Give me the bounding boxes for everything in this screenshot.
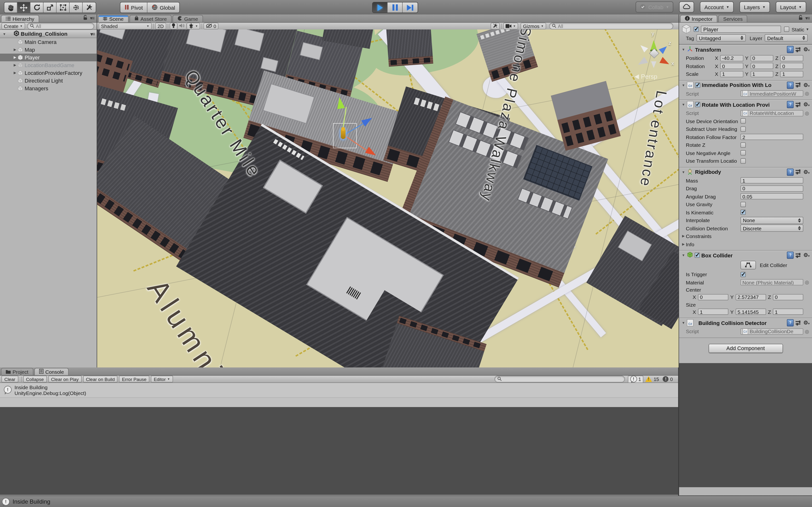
gear-icon[interactable]: ⚙▾ (803, 252, 810, 258)
axis-negative-cone[interactable] (639, 43, 648, 52)
hierarchy-search-input[interactable]: All (27, 23, 94, 30)
gear-icon[interactable]: ⚙▾ (803, 169, 810, 175)
clear-on-build-button[interactable]: Clear on Build (83, 376, 117, 382)
object-picker-icon[interactable]: ◎ (805, 111, 809, 116)
foldout-arrow-icon[interactable]: ▼ (681, 170, 686, 174)
scene-lighting-button[interactable] (170, 23, 177, 30)
collision-detection-dropdown[interactable]: Discrete (741, 225, 803, 232)
info-foldout[interactable]: ▶Info (679, 240, 812, 248)
scene-menu-icon[interactable]: ▾≡ (90, 31, 97, 37)
gear-icon[interactable]: ⚙▾ (803, 47, 810, 52)
axis-negative-cone[interactable] (636, 57, 648, 68)
tab-inspector[interactable]: i Inspector (680, 15, 717, 22)
edit-collider-button[interactable] (741, 261, 756, 270)
tag-dropdown[interactable]: Untagged (697, 34, 746, 42)
panel-menu-icon[interactable]: ▾≡ (805, 15, 810, 21)
preset-icon[interactable] (796, 47, 801, 52)
hierarchy-item-main-camera[interactable]: Main Camera (0, 38, 97, 46)
foldout-arrow-icon[interactable]: ▼ (681, 48, 686, 51)
preset-icon[interactable] (796, 102, 801, 107)
transform-tool-button[interactable] (69, 2, 83, 12)
cloud-button[interactable] (679, 1, 694, 12)
gear-icon[interactable]: ⚙▾ (803, 320, 810, 326)
foldout-arrow-icon[interactable]: ▼ (681, 83, 686, 87)
drag-field[interactable]: 0 (741, 185, 803, 192)
preset-icon[interactable] (796, 82, 801, 88)
axis-negative-cone[interactable] (651, 61, 656, 68)
error-pause-button[interactable]: Error Pause (119, 376, 149, 382)
tab-asset-store[interactable]: Asset Store (130, 15, 172, 22)
size-y-field[interactable]: 5.141545 (735, 309, 766, 315)
foldout-arrow-icon[interactable]: ▶ (12, 56, 17, 59)
rotation-follow-factor-field[interactable]: 2 (741, 134, 803, 140)
position-y-field[interactable]: 0 (750, 55, 773, 61)
rect-tool-button[interactable] (57, 2, 69, 12)
draw-mode-dropdown[interactable]: Shaded ▼ (99, 23, 152, 30)
tab-project[interactable]: Project (1, 368, 33, 375)
layout-dropdown[interactable]: Layout ▼ (776, 1, 806, 12)
step-button[interactable] (403, 2, 418, 12)
info-filter-toggle[interactable]: !1 (628, 376, 644, 383)
foldout-arrow-icon[interactable]: ▶ (12, 71, 17, 75)
global-toggle-button[interactable]: Global (148, 2, 180, 12)
center-y-field[interactable]: 2.572347 (735, 294, 766, 300)
editor-dropdown[interactable]: Editor▼ (151, 376, 173, 382)
size-z-field[interactable]: 1 (773, 309, 803, 315)
object-picker-icon[interactable]: ◎ (805, 280, 809, 285)
custom-tool-button[interactable] (83, 2, 96, 12)
scene-camera-dropdown[interactable]: ▼ (503, 23, 518, 30)
script-object-field[interactable]: C#BuildingCollisionDe (741, 328, 804, 335)
lock-icon[interactable] (799, 15, 803, 21)
gear-icon[interactable]: ⚙▾ (803, 102, 810, 107)
scale-z-field[interactable]: 1 (780, 71, 803, 77)
log-entry[interactable]: ! Inside Building UnityEngine.Debug:Log(… (0, 383, 678, 398)
hierarchy-item-directional-light[interactable]: Directional Light (0, 77, 97, 84)
scene-root-row[interactable]: ▼ Building_Collision ▾≡ (0, 30, 97, 38)
axis-z-cone[interactable] (659, 44, 669, 54)
rotate-tool-button[interactable] (31, 2, 44, 12)
clear-on-play-button[interactable]: Clear on Play (48, 376, 82, 382)
play-button[interactable] (373, 2, 388, 12)
foldout-arrow-icon[interactable]: ▼ (681, 103, 686, 106)
material-object-field[interactable]: None (Physic Material) (741, 279, 804, 286)
2d-toggle-button[interactable]: 2D (155, 23, 166, 30)
help-icon[interactable]: ? (787, 251, 794, 259)
rotation-z-field[interactable]: 0 (780, 63, 803, 69)
warning-filter-toggle[interactable]: 15 (644, 376, 661, 382)
preset-icon[interactable] (796, 169, 801, 175)
use-gravity-checkbox[interactable] (741, 202, 746, 207)
axis-x-cone[interactable] (660, 57, 671, 67)
active-checkbox[interactable] (694, 26, 699, 32)
rotation-y-field[interactable]: 0 (750, 63, 773, 69)
enabled-checkbox[interactable] (695, 102, 700, 107)
hierarchy-item-locationbasedgame[interactable]: ▶ LocationBasedGame (0, 61, 97, 69)
status-bar[interactable]: ! Inside Building (0, 495, 812, 507)
enabled-checkbox[interactable] (695, 82, 700, 88)
hierarchy-item-locationproviderfactory[interactable]: ▶ LocationProviderFactory (0, 69, 97, 77)
hierarchy-item-managers[interactable]: Managers (0, 84, 97, 92)
console-search-input[interactable] (495, 376, 625, 382)
gear-icon[interactable]: ⚙▾ (803, 82, 810, 88)
center-x-field[interactable]: 0 (698, 294, 728, 300)
object-picker-icon[interactable]: ◎ (805, 91, 809, 96)
is-trigger-checkbox[interactable] (741, 272, 746, 277)
tab-hierarchy[interactable]: Hierarchy (1, 15, 39, 22)
rotation-x-field[interactable]: 0 (720, 63, 743, 69)
pivot-toggle-button[interactable]: Pivot (120, 2, 148, 12)
position-z-field[interactable]: 0 (780, 55, 803, 61)
hand-tool-button[interactable] (4, 2, 17, 12)
foldout-arrow-icon[interactable]: ▼ (681, 253, 686, 257)
scale-y-field[interactable]: 1 (750, 71, 773, 77)
foldout-arrow-icon[interactable]: ▼ (2, 32, 7, 36)
use-device-orientation-checkbox[interactable] (741, 119, 746, 124)
script-object-field[interactable]: C#ImmediatePositionW (741, 91, 804, 97)
scale-tool-button[interactable] (44, 2, 57, 12)
scene-visibility-toggle[interactable]: 0 (203, 23, 219, 30)
script-object-field[interactable]: C#RotateWithLocation (741, 110, 804, 116)
scale-x-field[interactable]: 1 (720, 71, 743, 77)
help-icon[interactable]: ? (787, 81, 794, 89)
use-negative-angle-checkbox[interactable] (741, 151, 746, 156)
interpolate-dropdown[interactable]: None (741, 217, 803, 224)
tab-services[interactable]: Services (718, 15, 748, 22)
gizmos-dropdown[interactable]: Gizmos ▼ (520, 23, 546, 30)
